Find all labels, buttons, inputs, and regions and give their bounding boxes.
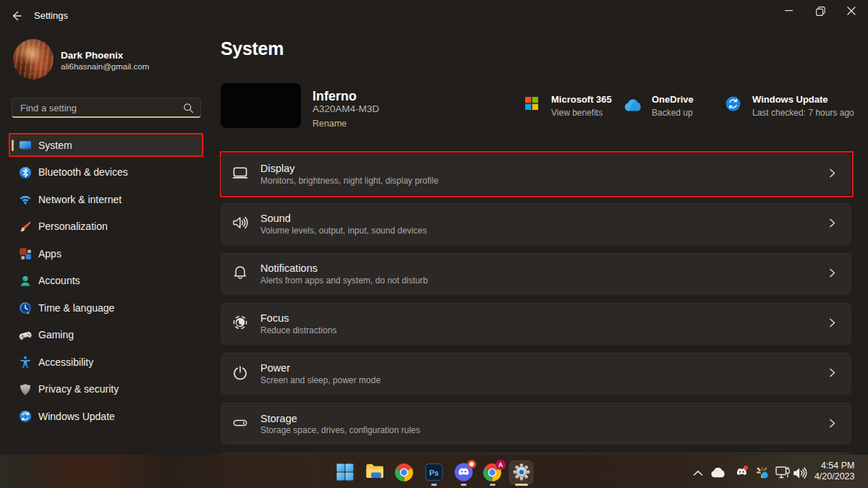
svg-text:Ps: Ps	[429, 468, 438, 477]
